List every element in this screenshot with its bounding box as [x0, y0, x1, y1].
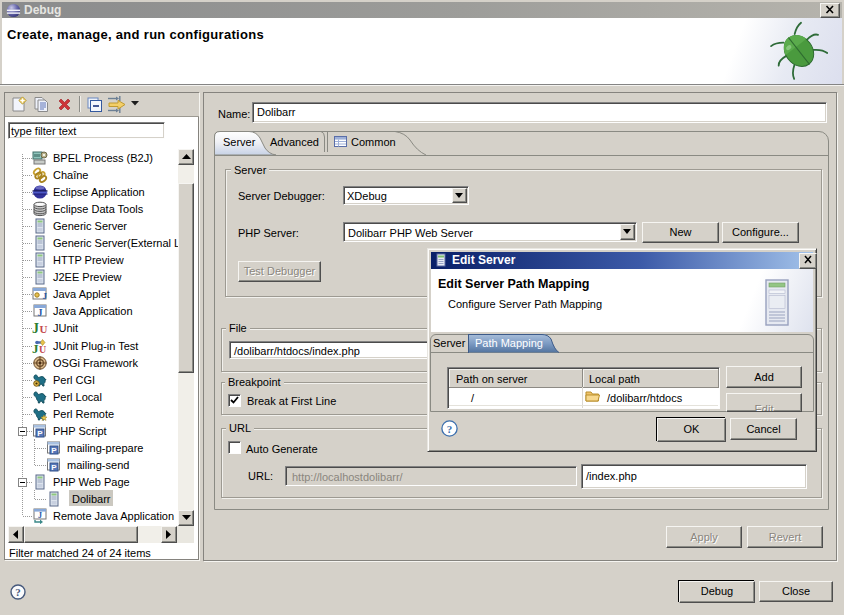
svg-text:?: ? [447, 423, 453, 435]
svg-text:J: J [38, 511, 42, 520]
svg-text:J: J [43, 291, 48, 301]
svg-text:?: ? [15, 586, 21, 598]
svg-text:P: P [37, 429, 43, 438]
svg-text:J: J [38, 307, 43, 318]
svg-text:J: J [32, 321, 39, 336]
svg-text:P: P [51, 463, 57, 472]
svg-text:U: U [40, 323, 48, 335]
svg-text:P: P [51, 446, 57, 455]
